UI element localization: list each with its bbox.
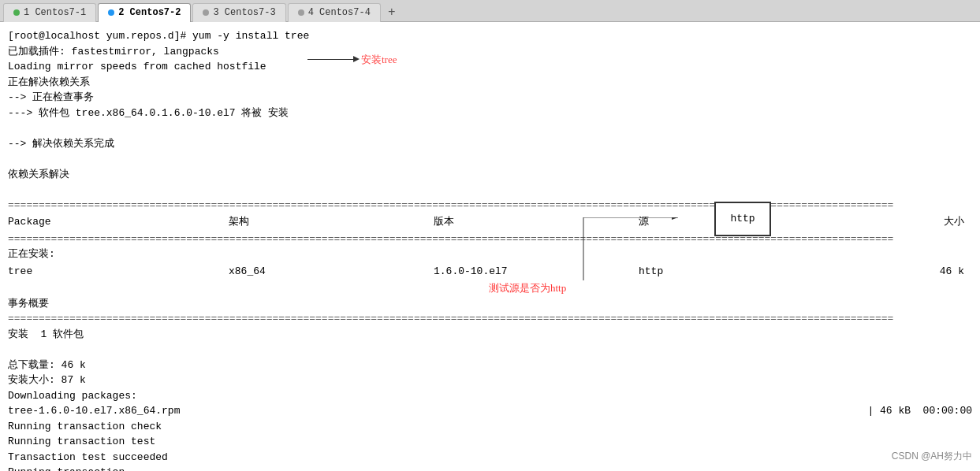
tab-4[interactable]: 4 Centos7-4 [288, 3, 381, 22]
tab-2[interactable]: 2 Centos7-2 [98, 3, 191, 22]
term-line-3: 正在解决依赖关系 [8, 75, 972, 91]
tab-label-4: 4 Centos7-4 [308, 7, 371, 18]
tab-bar: 1 Centos7-1 2 Centos7-2 3 Centos7-3 4 Ce… [0, 0, 980, 22]
table-header-row: Package 架构 版本 源 大小 [8, 213, 972, 232]
col-arch-header: 架构 [229, 214, 434, 230]
col-source-header: 源 [639, 214, 717, 230]
term-line-9: 依赖关系解决 [8, 167, 972, 183]
col-arch-value: x86_64 [229, 264, 434, 280]
running-test: Running transaction test [8, 434, 972, 450]
tab-label-1: 1 Centos7-1 [24, 7, 86, 18]
install-size: 安装大小: 87 k [8, 373, 972, 388]
downloading-packages: Downloading packages: [8, 388, 972, 404]
arrow-line-install [307, 59, 355, 60]
term-line-7: --> 解决依赖关系完成 [8, 136, 972, 152]
rpm-progress: | 46 kB 00:00:00 [867, 403, 972, 419]
tab-label-2: 2 Centos7-2 [118, 7, 181, 18]
tab-3[interactable]: 3 Centos7-3 [192, 3, 285, 22]
installing-label: 正在安装: [8, 247, 972, 262]
terminal-area[interactable]: [root@localhost yum.repos.d]# yum -y ins… [0, 22, 980, 471]
term-line-10 [8, 182, 972, 198]
new-tab-icon: + [388, 6, 396, 20]
summary-label: 事务概要 [8, 296, 972, 312]
col-package-value: tree [8, 264, 229, 280]
col-version-value: 1.6.0-10.el7 [434, 264, 639, 280]
term-line-2: Loading mirror speeds from cached hostfi… [8, 59, 972, 75]
annotation-install-label: 安装tree [361, 52, 397, 68]
term-line-1: 已加载插件: fastestmirror, langpacks [8, 44, 972, 60]
tab-1[interactable]: 1 Centos7-1 [3, 3, 96, 22]
install-annotation: 安装tree [307, 52, 397, 68]
install-count-line: 安装 1 软件包 [8, 327, 972, 343]
tab-dot-2 [108, 9, 114, 16]
tab-dot-4 [298, 9, 304, 16]
tab-dot-3 [203, 9, 209, 16]
col-source-value: http [639, 264, 717, 280]
http-annotation-text: 测试源是否为http [489, 280, 566, 296]
term-line-5: ---> 软件包 tree.x86_64.0.1.6.0-10.el7 将被 安… [8, 106, 972, 121]
total-download: 总下载量: 46 k [8, 358, 972, 373]
blank-after-install [8, 342, 972, 358]
term-line-4: --> 正在检查事务 [8, 90, 972, 106]
col-size-value: 46 k [717, 264, 972, 280]
http-box: http [714, 202, 771, 236]
http-box-text: http [730, 211, 755, 227]
tab-dot-1 [13, 9, 20, 16]
tab-label-3: 3 Centos7-3 [213, 7, 275, 18]
running-transaction: Running transaction [8, 465, 972, 471]
table-data-row: tree x86_64 1.6.0-10.el7 http 46 k [8, 262, 972, 281]
table-sep-mid: ========================================… [8, 232, 972, 247]
new-tab-button[interactable]: + [382, 3, 401, 22]
col-version-header: 版本 [434, 214, 639, 230]
col-package-header: Package [8, 214, 229, 230]
term-line-6 [8, 121, 972, 136]
test-succeeded: Transaction test succeeded [8, 450, 972, 465]
running-check: Running transaction check [8, 419, 972, 435]
rpm-filename: tree-1.6.0-10.el7.x86_64.rpm [8, 403, 180, 419]
table-sep-summary: ========================================… [8, 311, 972, 327]
rpm-download-line: tree-1.6.0-10.el7.x86_64.rpm | 46 kB 00:… [8, 403, 972, 419]
watermark: CSDN @AH努力中 [892, 449, 972, 463]
table-sep-top: ========================================… [8, 198, 972, 213]
term-line-8 [8, 151, 972, 167]
term-line-0: [root@localhost yum.repos.d]# yum -y ins… [8, 28, 972, 44]
